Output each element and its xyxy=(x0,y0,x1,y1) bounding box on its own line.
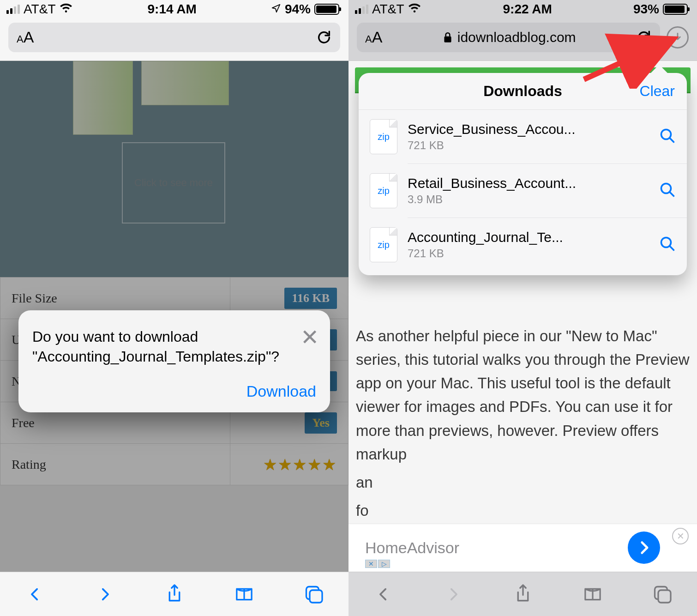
table-row: Rating ★★★★★ xyxy=(0,444,348,485)
ad-go-button[interactable] xyxy=(628,531,660,564)
carrier-label: AT&T xyxy=(372,2,404,17)
page-content: As another helpful piece in our "New to … xyxy=(348,61,697,572)
signal-icon xyxy=(6,5,20,14)
row-label: Rating xyxy=(0,444,230,485)
page-hero: Click to see more xyxy=(0,61,348,277)
share-icon[interactable] xyxy=(162,581,187,607)
download-button[interactable]: Download xyxy=(32,382,316,400)
downloads-button[interactable] xyxy=(667,26,689,48)
download-size: 721 KB xyxy=(408,139,649,152)
download-size: 3.9 MB xyxy=(408,193,649,206)
battery-icon xyxy=(314,4,339,15)
download-item[interactable]: zip Service_Business_Accou... 721 KB xyxy=(359,110,687,163)
phone-right: AT&T 9:22 AM 93% AA idownloadblog.com xyxy=(348,0,697,616)
reload-icon[interactable] xyxy=(636,30,652,45)
signal-icon xyxy=(355,5,368,14)
battery-pct-label: 94% xyxy=(285,2,311,17)
forward-button xyxy=(440,581,466,607)
clock-label: 9:22 AM xyxy=(503,2,552,17)
lock-icon xyxy=(443,31,453,43)
article-body: As another helpful piece in our "New to … xyxy=(356,324,690,522)
row-value: Yes xyxy=(305,412,337,434)
zip-file-icon: zip xyxy=(370,227,397,262)
share-icon[interactable] xyxy=(510,581,536,607)
back-button[interactable] xyxy=(22,581,48,607)
forward-button[interactable] xyxy=(92,581,118,607)
page-content: Click to see more File Size 116 KB Updat… xyxy=(0,61,348,572)
reader-aa-button[interactable]: AA xyxy=(365,28,382,46)
bottom-toolbar xyxy=(0,572,348,616)
bookmarks-icon[interactable] xyxy=(231,581,257,607)
popover-title: Downloads xyxy=(483,83,562,100)
ad-label: HomeAdvisor xyxy=(365,539,459,557)
reload-icon[interactable] xyxy=(316,30,332,45)
back-button[interactable] xyxy=(371,581,397,607)
reveal-icon[interactable] xyxy=(659,127,676,146)
downloads-popover: Downloads Clear zip Service_Business_Acc… xyxy=(359,73,687,275)
tabs-icon[interactable] xyxy=(649,581,675,607)
download-size: 721 KB xyxy=(408,247,649,260)
dialog-message: Do you want to download "Accounting_Jour… xyxy=(32,327,316,367)
download-filename: Accounting_Journal_Te... xyxy=(408,229,649,245)
download-filename: Service_Business_Accou... xyxy=(408,121,649,137)
download-item[interactable]: zip Retail_Business_Account... 3.9 MB xyxy=(359,164,687,217)
location-arrow-icon xyxy=(271,2,281,17)
address-field[interactable]: AA xyxy=(8,23,340,52)
tabs-icon[interactable] xyxy=(301,581,327,607)
thumbnail-image xyxy=(141,61,229,105)
download-dialog: Do you want to download "Accounting_Jour… xyxy=(18,310,330,412)
url-bar: AA idownloadblog.com xyxy=(348,18,697,61)
status-bar: AT&T 9:22 AM 93% xyxy=(348,0,697,18)
battery-icon xyxy=(663,4,688,15)
address-field[interactable]: AA idownloadblog.com xyxy=(357,23,660,52)
row-value: 116 KB xyxy=(284,288,337,309)
url-domain: idownloadblog.com xyxy=(457,30,576,45)
reveal-icon[interactable] xyxy=(659,181,676,200)
carrier-label: AT&T xyxy=(24,2,55,17)
clear-button[interactable]: Clear xyxy=(640,83,675,100)
battery-pct-label: 93% xyxy=(633,2,659,17)
url-bar: AA xyxy=(0,18,348,61)
phone-left: AT&T 9:14 AM 94% AA xyxy=(0,0,348,616)
click-more-button[interactable]: Click to see more xyxy=(122,142,225,223)
adchoices-icon[interactable]: ✕▷ xyxy=(365,560,390,568)
svg-rect-2 xyxy=(444,36,451,42)
wifi-icon xyxy=(408,2,421,17)
reader-aa-button[interactable]: AA xyxy=(17,28,34,46)
status-bar: AT&T 9:14 AM 94% xyxy=(0,0,348,18)
bottom-toolbar xyxy=(348,572,697,616)
reveal-icon[interactable] xyxy=(659,236,676,254)
wifi-icon xyxy=(59,2,73,17)
zip-file-icon: zip xyxy=(370,173,397,208)
close-icon[interactable]: ✕ xyxy=(300,324,319,350)
download-filename: Retail_Business_Account... xyxy=(408,175,649,191)
svg-rect-1 xyxy=(310,590,322,603)
download-item[interactable]: zip Accounting_Journal_Te... 721 KB xyxy=(359,218,687,272)
zip-file-icon: zip xyxy=(370,119,397,154)
row-value-stars: ★★★★★ xyxy=(263,456,337,473)
clock-label: 9:14 AM xyxy=(148,2,197,17)
svg-rect-7 xyxy=(658,590,671,603)
thumbnail-image xyxy=(73,61,133,135)
ad-close-icon[interactable]: ✕ xyxy=(672,528,689,544)
ad-banner[interactable]: HomeAdvisor ✕▷ ✕ xyxy=(348,524,697,572)
bookmarks-icon[interactable] xyxy=(580,581,606,607)
